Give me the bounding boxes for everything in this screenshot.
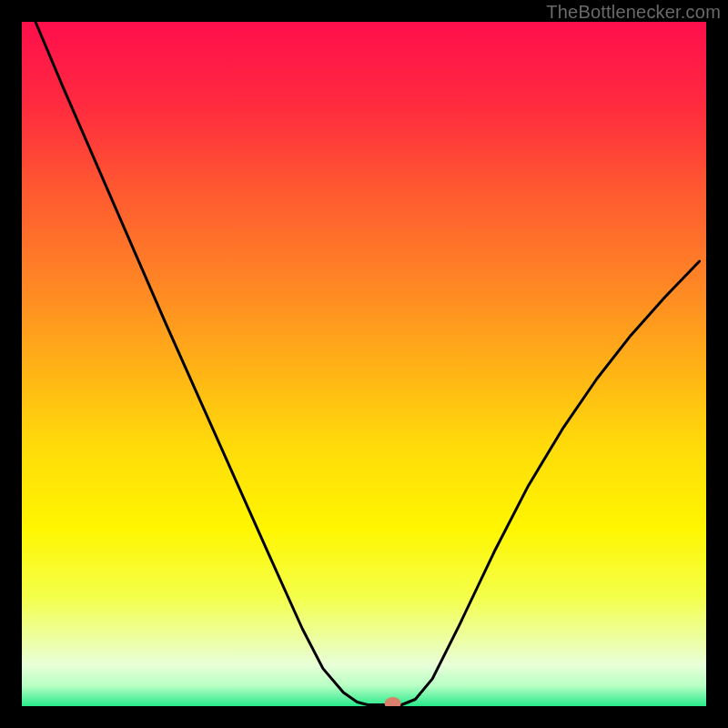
- chart-frame: [22, 22, 706, 706]
- bottleneck-chart: [22, 22, 706, 706]
- chart-stage: TheBottlenecker.com: [0, 0, 728, 728]
- gradient-background: [22, 22, 706, 706]
- watermark-text: TheBottlenecker.com: [546, 2, 721, 23]
